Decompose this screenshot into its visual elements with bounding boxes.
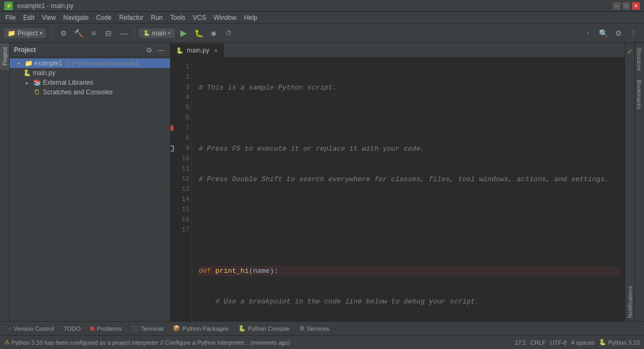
bottom-tab-python-console[interactable]: 🐍 Python Console xyxy=(234,324,294,333)
editor-tab-bar: 🐍 main.py ✕ xyxy=(171,43,625,58)
sidebar-tab-project[interactable]: Project xyxy=(0,43,9,70)
notifications-bar: ✓ Notifications xyxy=(625,43,634,321)
menu-edit[interactable]: Edit xyxy=(20,13,38,23)
line-numbers: 1 2 3 4 5 6 7 8 9 10 11 12 ▶ xyxy=(171,58,192,321)
problems-dot xyxy=(90,326,94,331)
line-num-4: 4 xyxy=(175,93,189,103)
toolbar-build-btn[interactable]: 🔨 xyxy=(72,27,85,40)
code-editor[interactable]: 1 2 3 4 5 6 7 8 9 10 11 12 ▶ xyxy=(171,58,625,321)
toolbar-format-btn[interactable]: ⊟ xyxy=(102,27,115,40)
more-actions-btn[interactable]: ⋮ xyxy=(627,27,640,40)
project-dropdown[interactable]: 📁 Project ▾ xyxy=(4,28,46,38)
status-encoding[interactable]: UTF-8 xyxy=(550,339,567,346)
status-bar-right: 17:1 CRLF UTF-8 4 spaces 🐍 Python 3.10 xyxy=(515,339,640,346)
bottom-tab-problems[interactable]: Problems xyxy=(86,324,126,333)
folder-icon: 📁 xyxy=(8,29,16,37)
line-num-3: 3 xyxy=(175,83,189,93)
breakpoint-indicator xyxy=(171,125,174,131)
toolbar-right: ↑ 🔍 ⚙ ⋮ xyxy=(582,27,640,40)
status-python-indicator[interactable]: ⚠ Python 3.10 has been configured as a p… xyxy=(4,339,290,346)
line-num-16: 16 xyxy=(175,215,189,225)
run-config-selector[interactable]: 🐍 main ▾ xyxy=(139,28,175,38)
tree-arrow-right-icon: ▸ xyxy=(23,80,31,86)
menu-code[interactable]: Code xyxy=(93,13,115,23)
toolbar-indent-btn[interactable]: ≡ xyxy=(87,27,100,40)
menu-help[interactable]: Help xyxy=(241,13,261,23)
menu-file[interactable]: File xyxy=(2,13,19,23)
line-num-9: 9 xyxy=(175,144,189,154)
code-line-5 xyxy=(199,205,620,215)
bottom-tab-todo[interactable]: TODO xyxy=(60,324,85,333)
menu-window[interactable]: Window xyxy=(210,13,240,23)
notifications-tab[interactable]: Notifications xyxy=(626,283,634,321)
project-panel-header: Project ⚙ — xyxy=(10,43,170,57)
code-line-6 xyxy=(199,235,620,246)
menu-tools[interactable]: Tools xyxy=(167,13,188,23)
bottom-tab-terminal[interactable]: ⬛ Terminal xyxy=(127,324,168,333)
search-everywhere-btn[interactable]: 🔍 xyxy=(597,27,610,40)
line-num-1: 1 xyxy=(175,62,189,72)
menu-run[interactable]: Run xyxy=(148,13,166,23)
window-title: example1 - main.py xyxy=(17,2,74,10)
tree-item-example1[interactable]: ▾ 📁 example1 C:\Python.project\example1 xyxy=(10,58,170,68)
left-sidebar-tabs: Project xyxy=(0,43,10,321)
console-icon: 🐍 xyxy=(238,325,246,332)
maximize-button[interactable]: □ xyxy=(623,2,630,10)
vcs-button[interactable]: ↑ xyxy=(582,27,595,40)
debug-button[interactable]: 🐛 xyxy=(192,27,205,40)
tab-structure[interactable]: Structure xyxy=(635,43,644,76)
bottom-tab-services[interactable]: ⚙ Services xyxy=(295,324,334,333)
chevron-down-icon: ▾ xyxy=(40,31,42,36)
tree-arrow-down-icon: ▾ xyxy=(14,61,23,66)
menu-navigate[interactable]: Navigate xyxy=(60,13,92,23)
line-num-13: ▶ 13 xyxy=(175,184,189,195)
close-button[interactable]: ✕ xyxy=(632,2,640,10)
code-line-3: # Press F5 to execute it or replace it w… xyxy=(199,144,620,154)
packages-icon: 📦 xyxy=(173,325,180,332)
status-bar: ⚠ Python 3.10 has been configured as a p… xyxy=(0,335,644,349)
tree-item-mainpy[interactable]: 🐍 main.py xyxy=(10,68,170,78)
tree-libs-icon: 📚 xyxy=(33,79,41,86)
status-crlf[interactable]: CRLF xyxy=(530,339,546,346)
status-indent[interactable]: 4 spaces xyxy=(571,339,595,346)
line-num-14: 14 xyxy=(175,195,189,205)
menu-vcs[interactable]: VCS xyxy=(189,13,209,23)
bottom-tab-vcs[interactable]: ↑ Version Control xyxy=(4,324,58,333)
services-icon: ⚙ xyxy=(299,325,305,332)
profile-button[interactable]: ⏱ xyxy=(222,27,235,40)
line-num-5: 5 xyxy=(175,103,189,113)
status-line-col[interactable]: 17:1 xyxy=(515,339,526,346)
toolbar-dash-btn[interactable]: — xyxy=(117,27,130,40)
checkmark-icon[interactable]: ✓ xyxy=(625,45,635,58)
tab-bookmarks[interactable]: Bookmarks xyxy=(635,76,644,114)
coverage-button[interactable]: ◉ xyxy=(207,27,220,40)
settings-gear-btn[interactable]: ⚙ xyxy=(612,27,625,40)
run-button[interactable]: ▶ xyxy=(177,27,190,40)
vcs-icon: ↑ xyxy=(9,325,12,332)
minimize-button[interactable]: — xyxy=(613,2,620,10)
project-settings-icon[interactable]: ⚙ xyxy=(144,45,154,55)
project-panel: Project ⚙ — ▾ 📁 example1 C:\Python.proje… xyxy=(10,43,171,321)
main-area: Project Project ⚙ — ▾ 📁 example1 C:\Pyth… xyxy=(0,43,644,321)
line-num-15: 15 xyxy=(175,205,189,215)
toolbar-settings-btn[interactable]: ⚙ xyxy=(57,27,70,40)
code-line-8: # Use a breakpoint in the code line belo… xyxy=(199,296,620,307)
tree-folder-icon: 📁 xyxy=(24,60,33,67)
file-tree: ▾ 📁 example1 C:\Python.project\example1 … xyxy=(10,57,170,321)
tree-item-scratches[interactable]: ▸ 🗒 Scratches and Consoles xyxy=(10,87,170,97)
editor-tab-mainpy[interactable]: 🐍 main.py ✕ xyxy=(171,43,224,57)
menu-refactor[interactable]: Refactor xyxy=(116,13,147,23)
tree-item-external-libs[interactable]: ▸ 📚 External Libraries xyxy=(10,78,170,87)
menu-view[interactable]: View xyxy=(39,13,59,23)
bottom-tab-packages[interactable]: 📦 Python Packages xyxy=(169,324,233,333)
project-header-icons: ⚙ — xyxy=(144,45,166,55)
project-collapse-icon[interactable]: — xyxy=(156,45,166,55)
line-num-8: 8 xyxy=(175,133,189,144)
python-version-icon: 🐍 xyxy=(599,339,606,346)
code-line-7: def print_hi(name): xyxy=(199,266,620,276)
code-content[interactable]: # This is a sample Python script. # Pres… xyxy=(192,58,625,321)
status-python-version[interactable]: 🐍 Python 3.10 xyxy=(599,339,640,346)
line-num-6: 6 xyxy=(175,113,189,123)
tab-close-icon[interactable]: ✕ xyxy=(214,48,218,54)
editor-area: 🐍 main.py ✕ 1 2 3 4 5 6 7 8 xyxy=(171,43,625,321)
